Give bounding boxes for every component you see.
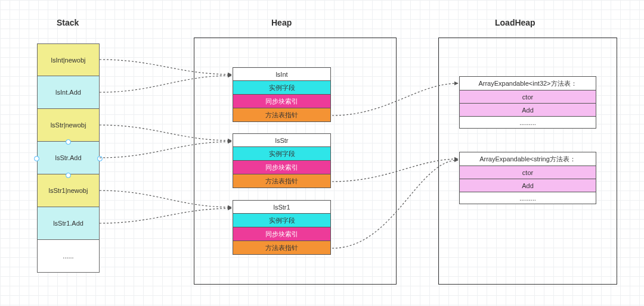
- table-row: ctor: [459, 166, 596, 179]
- stack-cell[interactable]: lsInt.Add: [37, 76, 100, 109]
- obj-name: lsInt: [233, 67, 331, 81]
- method-table-int32[interactable]: ArrayExpandable<int32>方法表： ctor Add ....…: [459, 76, 596, 129]
- handle-dot[interactable]: [66, 139, 71, 145]
- handle-dot[interactable]: [66, 173, 71, 178]
- obj-name: lsStr1: [233, 200, 331, 214]
- obj-field: 实例字段: [233, 81, 331, 95]
- handle-dot[interactable]: [97, 156, 103, 161]
- loadheap-title: LoadHeap: [495, 18, 535, 27]
- stack-cell[interactable]: lsStr.Add: [37, 142, 100, 174]
- obj-syncblock: 同步块索引: [233, 161, 331, 174]
- obj-syncblock: 同步块索引: [233, 227, 331, 241]
- heap-object-lsstr[interactable]: lsStr 实例字段 同步块索引 方法表指针: [233, 133, 331, 188]
- heap-object-lsstr1[interactable]: lsStr1 实例字段 同步块索引 方法表指针: [233, 200, 331, 255]
- stack-title: Stack: [57, 18, 79, 27]
- method-table-string[interactable]: ArrayExpandable<string方法表： ctor Add ....…: [459, 152, 596, 204]
- obj-syncblock: 同步块索引: [233, 95, 331, 108]
- heap-title: Heap: [271, 18, 292, 27]
- handle-dot[interactable]: [34, 156, 39, 161]
- table-header: ArrayExpandable<int32>方法表：: [459, 76, 596, 90]
- table-row: Add: [459, 104, 596, 117]
- table-row: Add: [459, 179, 596, 192]
- obj-methodptr: 方法表指针: [233, 241, 331, 255]
- heap-object-lsint[interactable]: lsInt 实例字段 同步块索引 方法表指针: [233, 67, 331, 122]
- stack-cell[interactable]: lsInt|newobj: [37, 43, 100, 76]
- table-header: ArrayExpandable<string方法表：: [459, 152, 596, 166]
- table-footer: .........: [459, 117, 596, 129]
- obj-methodptr: 方法表指针: [233, 108, 331, 122]
- stack-column: lsInt|newobj lsInt.Add lsStr|newobj lsSt…: [37, 43, 100, 273]
- table-row: ctor: [459, 90, 596, 104]
- obj-field: 实例字段: [233, 147, 331, 161]
- obj-name: lsStr: [233, 133, 331, 147]
- stack-cell[interactable]: lsStr1|newobj: [37, 174, 100, 207]
- table-footer: .........: [459, 192, 596, 204]
- obj-methodptr: 方法表指针: [233, 174, 331, 188]
- obj-field: 实例字段: [233, 214, 331, 227]
- stack-cell[interactable]: lsStr|newobj: [37, 109, 100, 142]
- stack-cell: ......: [37, 240, 100, 273]
- stack-cell[interactable]: lsStr1.Add: [37, 207, 100, 240]
